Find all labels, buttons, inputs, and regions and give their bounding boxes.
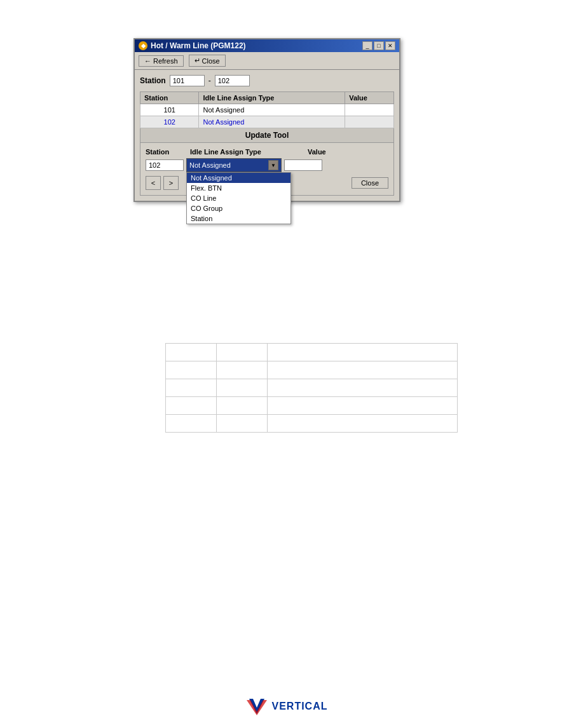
toolbar: ← Refresh ↵ Close [135,52,399,70]
window-close-button[interactable]: ✕ [385,41,395,50]
below-cell [267,344,457,361]
below-cell [166,415,217,433]
table-row [166,379,458,397]
table-row [166,397,458,415]
update-label-value: Value [308,148,346,156]
page-background: ◆ Hot / Warm Line (PGM122) _ □ ✕ ← Refre… [0,0,574,728]
close-icon: ↵ [195,57,200,65]
update-tool-header: Update Tool [140,128,394,143]
update-tool-labels: Station Idle Line Assign Type Value [146,148,388,156]
dropdown-item-station[interactable]: Station [187,213,290,224]
table-row [166,361,458,379]
station-range-label: Station [140,76,166,85]
below-cell [267,379,457,397]
dropdown-item-flex-btn[interactable]: Flex. BTN [187,183,290,193]
below-cell [216,397,267,415]
dropdown-item-co-group[interactable]: CO Group [187,203,290,213]
table-row[interactable]: 102 Not Assigned [140,116,394,128]
below-cell [267,415,457,433]
vertical-logo-icon [247,698,267,715]
update-value-input[interactable] [284,159,322,171]
title-icon: ◆ [139,41,147,50]
update-tool-inputs: Not Assigned ▼ Not Assigned Flex. BTN CO… [146,158,388,172]
dropdown-selected-text: Not Assigned [189,161,231,169]
station-separator: - [208,76,211,85]
refresh-button[interactable]: ← Refresh [139,55,184,67]
next-icon: > [169,179,173,187]
station-range: Station - [140,75,394,86]
dialog-window: ◆ Hot / Warm Line (PGM122) _ □ ✕ ← Refre… [133,38,400,202]
table-cell-station: 101 [140,104,199,116]
below-cell [166,344,217,361]
table-cell-type: Not Assigned [199,104,345,116]
table-cell-value [345,116,394,128]
dropdown-item-not-assigned[interactable]: Not Assigned [187,173,290,183]
update-station-input[interactable] [146,159,184,171]
close-toolbar-button[interactable]: ↵ Close [189,55,226,67]
refresh-label: Refresh [153,57,178,65]
table-cell-value [345,104,394,116]
bottom-logo: VERTICAL [247,698,328,715]
below-cell [216,344,267,361]
dropdown-selected[interactable]: Not Assigned ▼ [186,158,282,172]
title-bar-buttons: _ □ ✕ [362,41,395,50]
dropdown-arrow-icon[interactable]: ▼ [268,160,278,170]
prev-icon: < [151,179,155,187]
dialog-content: Station - Station Idle Line Assign Type … [135,70,399,201]
table-row [166,415,458,433]
below-cell [216,361,267,379]
col-header-value: Value [345,92,394,104]
table-cell-station: 102 [140,116,199,128]
prev-button[interactable]: < [146,176,161,190]
station-from-input[interactable] [170,75,205,86]
close-label: Close [202,57,220,65]
dropdown-list: Not Assigned Flex. BTN CO Line CO Group … [186,172,291,224]
update-label-type: Idle Line Assign Type [190,148,308,156]
below-cell [267,397,457,415]
below-cell [216,379,267,397]
col-header-type: Idle Line Assign Type [199,92,345,104]
maximize-button[interactable]: □ [374,41,384,50]
below-table [165,343,458,433]
below-cell [166,397,217,415]
below-cell [166,379,217,397]
refresh-icon: ← [144,57,151,65]
station-to-input[interactable] [215,75,250,86]
table-row[interactable]: 101 Not Assigned [140,104,394,116]
title-bar: ◆ Hot / Warm Line (PGM122) _ □ ✕ [135,39,399,52]
below-cell [216,415,267,433]
vertical-logo-text: VERTICAL [272,701,328,712]
table-row [166,344,458,361]
dialog-title: Hot / Warm Line (PGM122) [151,41,246,50]
station-data-table: Station Idle Line Assign Type Value 101 … [140,91,394,128]
update-label-station: Station [146,148,190,156]
update-close-button[interactable]: Close [352,177,388,189]
minimize-button[interactable]: _ [362,41,372,50]
table-cell-type: Not Assigned [199,116,345,128]
next-button[interactable]: > [163,176,179,190]
dropdown-item-co-line[interactable]: CO Line [187,193,290,203]
update-close-label: Close [361,179,379,187]
update-tool-title: Update Tool [245,131,289,140]
below-cell [166,361,217,379]
col-header-station: Station [140,92,199,104]
title-bar-left: ◆ Hot / Warm Line (PGM122) [139,41,246,50]
below-cell [267,361,457,379]
below-table-area [165,343,458,433]
update-tool-body: Station Idle Line Assign Type Value Not … [140,143,394,196]
dropdown-container: Not Assigned ▼ Not Assigned Flex. BTN CO… [186,158,282,172]
